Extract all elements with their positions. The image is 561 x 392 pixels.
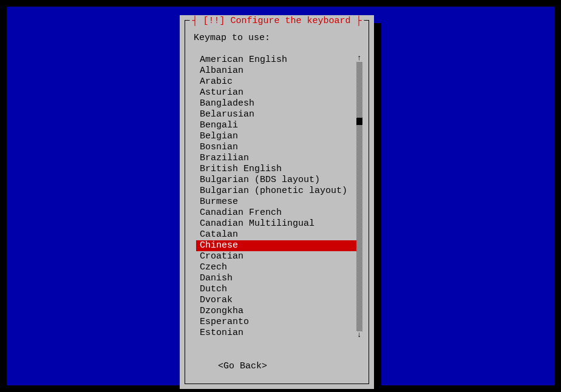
configure-keyboard-dialog: ┤ [!!] Configure the keyboard ├ Keymap t… — [180, 15, 374, 389]
list-item[interactable]: Bulgarian (BDS layout) — [196, 175, 356, 186]
dialog-title-wrap: ┤ [!!] Configure the keyboard ├ — [189, 16, 364, 26]
list-item[interactable]: Estonian — [196, 328, 356, 339]
list-item[interactable]: Danish — [196, 273, 356, 284]
frame-gap-right: ├ — [351, 16, 362, 26]
go-back-button[interactable]: <Go Back> — [218, 361, 267, 371]
list-item[interactable]: Belarusian — [196, 109, 356, 120]
list-item[interactable]: Dvorak — [196, 295, 356, 306]
list-item[interactable]: Burmese — [196, 197, 356, 208]
list-item[interactable]: Bosnian — [196, 142, 356, 153]
list-item[interactable]: Bengali — [196, 120, 356, 131]
list-item[interactable]: Brazilian — [196, 153, 356, 164]
dialog-title: [!!] Configure the keyboard — [203, 16, 350, 26]
keymap-prompt: Keymap to use: — [194, 33, 270, 43]
keymap-list: American English Albanian Arabic Asturia… — [196, 55, 356, 339]
list-item[interactable]: Dutch — [196, 284, 356, 295]
scrollbar-thumb[interactable] — [356, 118, 362, 125]
list-item[interactable]: Arabic — [196, 76, 356, 87]
scroll-up-icon[interactable]: ↑ — [356, 55, 362, 62]
list-item[interactable]: Catalan — [196, 229, 356, 240]
frame-gap-left: ┤ — [192, 16, 203, 26]
list-item[interactable]: Belgian — [196, 131, 356, 142]
dialog-border: ┤ [!!] Configure the keyboard ├ Keymap t… — [185, 20, 369, 384]
list-item[interactable]: Esperanto — [196, 317, 356, 328]
list-item[interactable]: Bangladesh — [196, 98, 356, 109]
list-item[interactable]: Bulgarian (phonetic layout) — [196, 186, 356, 197]
list-item[interactable]: Canadian Multilingual — [196, 218, 356, 229]
list-item[interactable]: Dzongkha — [196, 306, 356, 317]
list-item[interactable]: British English — [196, 164, 356, 175]
scrollbar-track[interactable] — [356, 55, 362, 339]
list-item-selected[interactable]: Chinese — [196, 240, 356, 251]
list-item[interactable]: American English — [196, 55, 356, 66]
list-item[interactable]: Canadian French — [196, 208, 356, 218]
list-item[interactable]: Asturian — [196, 87, 356, 98]
list-item[interactable]: Albanian — [196, 66, 356, 76]
list-item[interactable]: Czech — [196, 262, 356, 273]
scroll-down-icon[interactable]: ↓ — [356, 331, 362, 339]
list-item[interactable]: Croatian — [196, 251, 356, 262]
